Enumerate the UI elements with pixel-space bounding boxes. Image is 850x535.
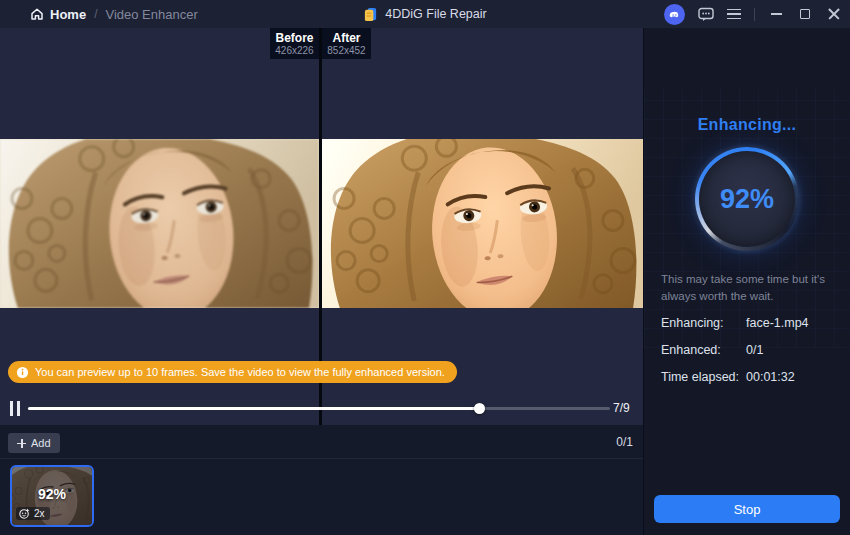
- preview-area: Before 426x226 After 852x452 You can pre…: [0, 28, 643, 425]
- file-queue: Add 0/1 92% 2x: [0, 425, 643, 535]
- playback-controls: 7/9: [0, 397, 643, 423]
- detail-row-enhancing: Enhancing: face-1.mp4: [661, 316, 841, 330]
- pause-button[interactable]: [10, 401, 24, 416]
- breadcrumb-separator: /: [94, 7, 97, 21]
- detail-value: face-1.mp4: [746, 316, 809, 330]
- detail-row-elapsed: Time elapsed: 00:01:32: [661, 370, 841, 384]
- preview-notice-banner: You can preview up to 10 frames. Save th…: [8, 361, 457, 383]
- before-tag: Before 426x226: [270, 28, 319, 59]
- preview-notice-text: You can preview up to 10 frames. Save th…: [35, 366, 445, 378]
- detail-row-enhanced: Enhanced: 0/1: [661, 343, 841, 357]
- home-icon: [30, 7, 44, 21]
- home-button[interactable]: Home: [30, 7, 86, 22]
- before-label: Before: [270, 31, 319, 45]
- status-title: Enhancing...: [644, 116, 850, 134]
- maximize-icon: [800, 9, 810, 19]
- video-thumbnail[interactable]: 92% 2x: [10, 465, 94, 527]
- progress-ring-inner: 92%: [699, 151, 795, 247]
- app-logo-icon: [363, 7, 378, 22]
- detail-value: 00:01:32: [746, 370, 795, 384]
- progress-panel: Enhancing... 92% This may take some time…: [643, 28, 850, 535]
- face-model-icon: [19, 508, 30, 519]
- after-resolution: 852x452: [322, 45, 371, 57]
- progress-percent: 92%: [720, 184, 774, 215]
- detail-label: Time elapsed:: [661, 370, 746, 384]
- thumbnail-scale: 2x: [34, 508, 45, 519]
- slider-handle[interactable]: [474, 403, 485, 414]
- frame-counter: 7/9: [613, 401, 630, 415]
- discord-button[interactable]: [664, 4, 685, 25]
- breadcrumb-current: Video Enhancer: [105, 7, 197, 22]
- thumbnail-badge: 2x: [16, 507, 50, 520]
- detail-label: Enhancing:: [661, 316, 746, 330]
- close-icon: [828, 8, 840, 20]
- plus-icon: [17, 439, 26, 448]
- app-title: 4DDiG File Repair: [385, 7, 486, 21]
- close-button[interactable]: [826, 6, 842, 22]
- detail-label: Enhanced:: [661, 343, 746, 357]
- tray-divider: [0, 458, 643, 459]
- detail-value: 0/1: [746, 343, 763, 357]
- info-icon: [16, 366, 29, 379]
- slider-fill: [28, 407, 479, 410]
- titlebar-controls: [664, 0, 842, 28]
- add-label: Add: [31, 437, 51, 449]
- home-label: Home: [50, 7, 86, 22]
- thumbnail-progress: 92%: [12, 486, 92, 502]
- progress-details: Enhancing: face-1.mp4 Enhanced: 0/1 Time…: [661, 316, 841, 397]
- frame-slider[interactable]: [28, 397, 610, 421]
- main-area: Before 426x226 After 852x452 You can pre…: [0, 28, 643, 535]
- add-file-button[interactable]: Add: [8, 433, 60, 453]
- after-tag: After 852x452: [322, 28, 371, 59]
- before-resolution: 426x226: [270, 45, 319, 57]
- titlebar-divider: [754, 8, 755, 21]
- before-frame: [0, 139, 319, 308]
- menu-button[interactable]: [727, 9, 741, 20]
- patience-note: This may take some time but it's always …: [661, 271, 839, 304]
- progress-ring: 92%: [695, 147, 799, 251]
- maximize-button[interactable]: [797, 6, 813, 22]
- hamburger-icon: [727, 9, 741, 20]
- discord-icon: [668, 8, 681, 21]
- chat-icon: [698, 7, 714, 22]
- minimize-icon: [771, 13, 782, 15]
- after-label: After: [322, 31, 371, 45]
- queue-count: 0/1: [616, 435, 633, 449]
- app-window: Home / Video Enhancer 4DDiG File Repair: [0, 0, 850, 535]
- after-frame: [322, 139, 643, 308]
- feedback-button[interactable]: [698, 7, 714, 22]
- minimize-button[interactable]: [768, 6, 784, 22]
- breadcrumb: Home / Video Enhancer: [0, 7, 198, 22]
- stop-button[interactable]: Stop: [654, 495, 840, 523]
- titlebar: Home / Video Enhancer 4DDiG File Repair: [0, 0, 850, 28]
